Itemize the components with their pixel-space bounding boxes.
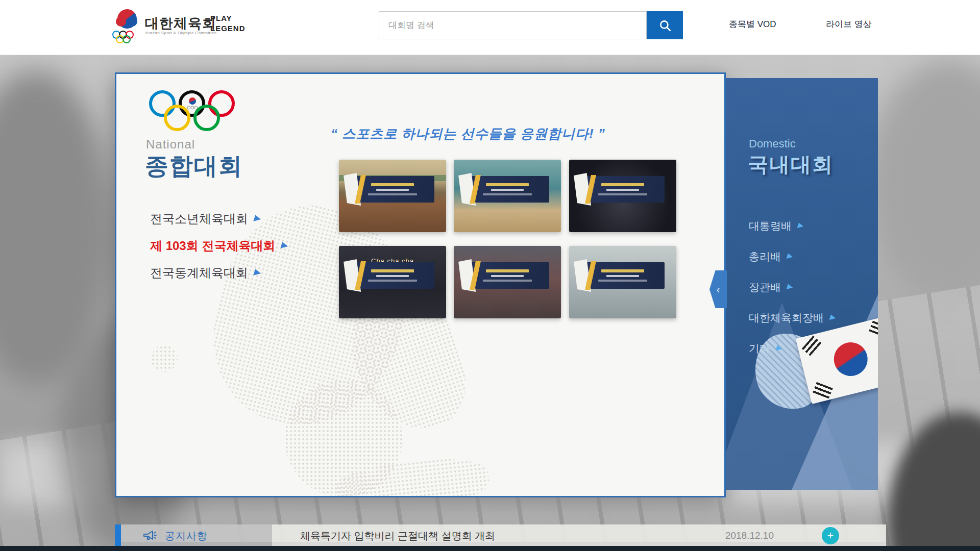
menu-item-national-winter-games[interactable]: 전국동계체육대회 — [150, 265, 288, 281]
video-thumbnail[interactable] — [339, 160, 446, 232]
sidebar-item-etc[interactable]: 기타 — [749, 341, 836, 356]
sidebar-item-ksoc-chairman-cup[interactable]: 대한체육회장배 — [749, 311, 836, 325]
competition-menu: 전국소년체육대회 제 103회 전국체육대회 전국동계체육대회 — [150, 211, 288, 292]
cursor-arrow-icon — [797, 222, 804, 230]
watermark-ball — [151, 345, 178, 372]
slogan-quote: “ 스포츠로 하나되는 선수들을 응원합니다! ” — [331, 125, 617, 143]
site-logo[interactable]: 대한체육회 Korean Sport & Olympic Committee P… — [112, 8, 265, 47]
megaphone-icon — [142, 529, 158, 542]
notice-content-section: 체육특기자 입학비리 근절대책 설명회 개최 2018.12.10 + — [272, 524, 886, 547]
menu-item-label: 제 103회 전국체육대회 — [150, 238, 275, 254]
sidebar-item-label: 대한체육회장배 — [749, 311, 824, 325]
search-icon — [658, 19, 672, 32]
footer-strip — [0, 546, 980, 551]
page: 대한체육회 Korean Sport & Olympic Committee P… — [0, 0, 980, 551]
cursor-arrow-icon — [253, 269, 261, 277]
olympic-rings-icon — [112, 31, 148, 44]
menu-item-national-youth-games[interactable]: 전국소년체육대회 — [150, 211, 288, 227]
taegeuk-emblem-icon — [115, 7, 139, 31]
logo-title: 대한체육회 — [145, 14, 216, 33]
panel-category-en: National — [146, 137, 195, 152]
logo-play-legend: PLAY LEGEND — [210, 13, 246, 34]
video-thumbnail[interactable] — [454, 160, 561, 232]
notice-label-section: 공지사항 — [121, 524, 272, 547]
menu-item-label: 전국소년체육대회 — [150, 211, 248, 227]
video-thumbnail[interactable] — [569, 160, 676, 232]
video-title-banner — [351, 176, 434, 203]
sidebar-item-label: 총리배 — [749, 249, 781, 264]
notice-bar: 공지사항 체육특기자 입학비리 근절대책 설명회 개최 2018.12.10 + — [115, 524, 886, 547]
notice-expand-button[interactable]: + — [822, 527, 839, 544]
menu-item-103rd-national-games[interactable]: 제 103회 전국체육대회 — [150, 238, 288, 254]
sidebar-category-en: Domestic — [749, 137, 796, 151]
sidebar-title: 국내대회 — [748, 151, 834, 179]
video-thumbnail[interactable] — [569, 246, 676, 318]
olympic-rings-logo — [149, 90, 251, 139]
video-title-banner — [581, 262, 665, 289]
notice-label: 공지사항 — [165, 529, 208, 543]
notice-accent — [115, 524, 121, 547]
search-button[interactable] — [647, 11, 683, 39]
video-title-banner — [465, 176, 549, 203]
domestic-menu: 대통령배 총리배 장관배 대한체육회장배 기타 — [749, 219, 836, 372]
menu-item-label: 전국동계체육대회 — [150, 265, 248, 281]
background-shape — [868, 60, 980, 305]
video-thumbnail[interactable]: Cha cha cha — [339, 246, 446, 318]
nav-live-video[interactable]: 라이브 영상 — [826, 18, 872, 30]
video-thumbnail-grid: Cha cha cha — [339, 160, 696, 405]
sidebar-item-label: 대통령배 — [749, 219, 792, 233]
cursor-arrow-icon — [787, 253, 794, 260]
cursor-arrow-icon — [776, 345, 783, 352]
notice-link[interactable]: 체육특기자 입학비리 근절대책 설명회 개최 — [300, 529, 495, 543]
panel-title: 종합대회 — [145, 151, 243, 182]
sidebar-item-minister-cup[interactable]: 장관배 — [749, 280, 836, 294]
video-title-banner — [581, 176, 665, 203]
cursor-arrow-icon — [253, 215, 261, 223]
national-games-panel: National 종합대회 전국소년체육대회 제 103회 전국체육대회 전국동… — [115, 72, 726, 497]
cursor-arrow-icon — [829, 314, 837, 321]
domestic-sidebar: Domestic 국내대회 대통령배 총리배 장관배 대한체육회장배 기타 — [726, 78, 878, 490]
sidebar-item-presidents-cup[interactable]: 대통령배 — [749, 219, 836, 233]
sidebar-item-label: 기타 — [749, 341, 770, 356]
video-title-banner — [351, 262, 434, 289]
sidebar-item-label: 장관배 — [749, 280, 781, 294]
chevron-left-icon: ‹ — [717, 284, 720, 295]
cursor-arrow-icon — [787, 284, 794, 291]
video-thumbnail[interactable] — [454, 246, 561, 318]
header: 대한체육회 Korean Sport & Olympic Committee P… — [0, 0, 980, 55]
nav-vod-by-sport[interactable]: 종목별 VOD — [729, 18, 776, 30]
cursor-arrow-icon — [281, 242, 289, 250]
sidebar-item-prime-minister-cup[interactable]: 총리배 — [749, 249, 836, 264]
video-title-banner — [465, 262, 549, 289]
search-input[interactable] — [379, 11, 647, 39]
notice-date: 2018.12.10 — [725, 530, 774, 541]
logo-subtitle: Korean Sport & Olympic Committee — [145, 31, 217, 35]
